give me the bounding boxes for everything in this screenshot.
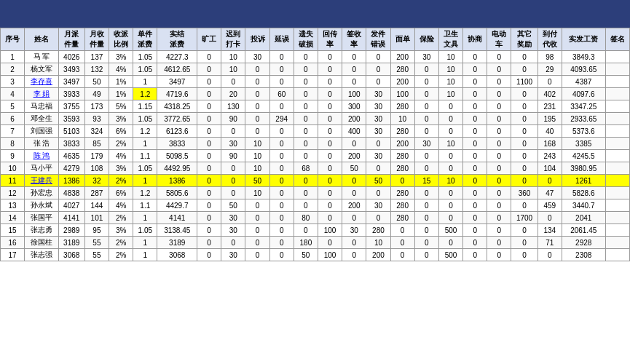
table-cell: 0 xyxy=(294,88,318,100)
table-cell: 0 xyxy=(221,76,245,88)
table-cell: 100 xyxy=(342,88,366,100)
table-cell xyxy=(605,162,629,175)
table-cell: 30 xyxy=(414,138,438,150)
table-cell: 0 xyxy=(414,76,438,88)
table-cell xyxy=(605,187,629,199)
table-row: 1马 军40261373%1.054227.301030000002003010… xyxy=(1,51,630,63)
table-cell: 1386 xyxy=(157,175,197,187)
table-cell: 10 xyxy=(245,187,269,199)
table-cell: 0 xyxy=(487,138,511,150)
table-cell: 0 xyxy=(197,150,221,162)
table-cell: 0 xyxy=(197,63,221,76)
table-cell: 1.05 xyxy=(133,224,157,237)
table-cell: 0 xyxy=(269,224,294,237)
table-cell: 2308 xyxy=(562,249,605,261)
table-cell: 0 xyxy=(438,100,462,113)
table-cell: 0 xyxy=(342,212,366,224)
table-cell: 50 xyxy=(84,76,109,88)
table-cell: 13 xyxy=(1,199,25,212)
table-cell: 5805.6 xyxy=(157,187,197,199)
table-cell: 0 xyxy=(487,125,511,138)
table-cell: 30 xyxy=(221,138,245,150)
table-cell: 0 xyxy=(390,237,414,249)
table-cell: 0 xyxy=(414,63,438,76)
table-row: 7刘国强51033246%1.26123.6000000400302800000… xyxy=(1,125,630,138)
table-cell: 10 xyxy=(221,63,245,76)
table-cell: 0 xyxy=(221,237,245,249)
table-cell: 0 xyxy=(463,88,487,100)
table-cell: 0 xyxy=(463,212,487,224)
table-cell: 0 xyxy=(366,212,390,224)
col-signature: 签名 xyxy=(605,28,629,51)
table-cell: 0 xyxy=(245,125,269,138)
table-cell: 0 xyxy=(269,249,294,261)
table-cell: 0 xyxy=(538,76,562,88)
table-cell: 0 xyxy=(294,113,318,125)
table-cell: 0 xyxy=(414,224,438,237)
table-cell: 2989 xyxy=(58,224,84,237)
col-other: 其它奖励 xyxy=(511,28,538,51)
table-cell: 30 xyxy=(342,224,366,237)
table-cell: 0 xyxy=(511,113,538,125)
table-cell: 0 xyxy=(463,199,487,212)
col-cod: 到付代收 xyxy=(538,28,562,51)
table-row: 10马小平42791083%1.054492.95001006805002800… xyxy=(1,162,630,175)
table-cell: 0 xyxy=(197,125,221,138)
table-cell: 200 xyxy=(342,199,366,212)
table-cell: 0 xyxy=(438,113,462,125)
table-cell xyxy=(605,88,629,100)
table-cell: 0 xyxy=(245,199,269,212)
table-cell: 3347.25 xyxy=(562,100,605,113)
table-row: 6邓全生3593933%1.053772.6509002940020030100… xyxy=(1,113,630,125)
table-cell: 2% xyxy=(109,237,133,249)
table-cell: 0 xyxy=(414,212,438,224)
table-cell: 0 xyxy=(269,162,294,175)
table-cell: 0 xyxy=(318,187,342,199)
table-cell: 2% xyxy=(109,138,133,150)
table-cell: 280 xyxy=(390,187,414,199)
table-cell: 1100 xyxy=(511,76,538,88)
table-cell: 马 军 xyxy=(25,51,58,63)
col-receive: 月收件量 xyxy=(84,28,109,51)
col-form: 面单 xyxy=(390,28,414,51)
table-row: 12孙宏忠48382876%1.25805.600100000028000003… xyxy=(1,187,630,199)
table-cell: 3849.3 xyxy=(562,51,605,63)
table-cell: 0 xyxy=(197,224,221,237)
table-container: 序号 姓名 月派件量 月收件量 收派比例 单件派费 实结派费 旷工 迟到打卡 投… xyxy=(0,28,630,261)
table-cell: 2 xyxy=(1,63,25,76)
table-cell: 0 xyxy=(414,199,438,212)
table-cell: 1.1 xyxy=(133,199,157,212)
table-row: 15张志勇2989953%1.053138.450300001003028000… xyxy=(1,224,630,237)
table-cell: 0 xyxy=(221,187,245,199)
table-cell: 0 xyxy=(487,224,511,237)
table-cell: 0 xyxy=(318,125,342,138)
table-cell: 98 xyxy=(538,51,562,63)
table-cell: 168 xyxy=(538,138,562,150)
table-row: 14张国平41411012%14141030008000028000001700… xyxy=(1,212,630,224)
table-cell xyxy=(605,113,629,125)
table-cell: 2041 xyxy=(562,212,605,224)
table-cell: 50 xyxy=(221,199,245,212)
table-cell: 0 xyxy=(511,88,538,100)
table-cell: 0 xyxy=(269,175,294,187)
table-cell: 马忠福 xyxy=(25,100,58,113)
table-cell: 0 xyxy=(463,237,487,249)
col-id: 序号 xyxy=(1,28,25,51)
table-cell: 0 xyxy=(269,63,294,76)
table-cell: 30 xyxy=(245,51,269,63)
col-send-error: 发件错误 xyxy=(366,28,390,51)
table-cell: 8 xyxy=(1,138,25,150)
table-cell: 0 xyxy=(294,150,318,162)
table-cell: 100 xyxy=(318,224,342,237)
table-cell: 9 xyxy=(1,150,25,162)
table-cell: 0 xyxy=(245,88,269,100)
table-cell: 3385 xyxy=(562,138,605,150)
table-cell: 100 xyxy=(390,88,414,100)
table-cell: 3189 xyxy=(157,237,197,249)
table-cell: 40 xyxy=(538,125,562,138)
table-cell: 280 xyxy=(390,212,414,224)
table-cell: 4429.7 xyxy=(157,199,197,212)
table-cell: 0 xyxy=(197,113,221,125)
table-cell: 0 xyxy=(318,212,342,224)
table-cell: 90 xyxy=(221,113,245,125)
